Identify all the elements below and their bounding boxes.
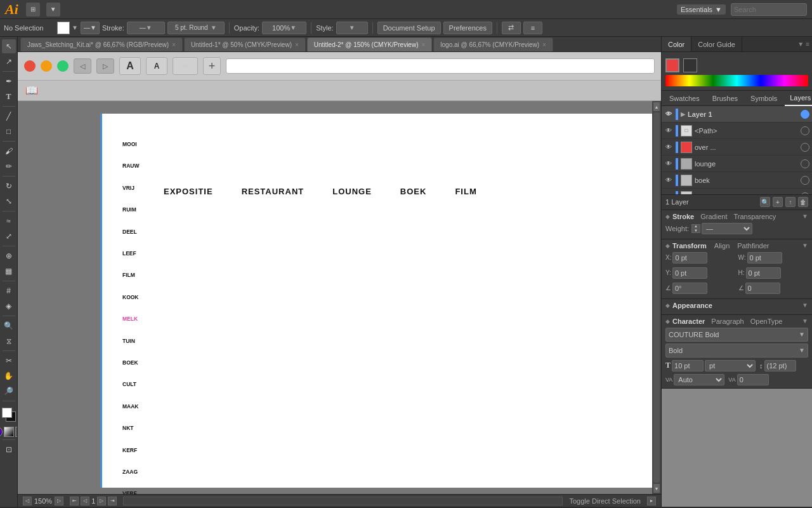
move-layer-btn[interactable]: ↑ [785,197,796,207]
layer-eye-boek[interactable]: 👁 [664,176,673,185]
font-size-unit-select[interactable]: pt [705,360,756,371]
pathfinder-tab[interactable]: Pathfinder [737,242,769,250]
first-page-btn[interactable]: ⇤ [70,497,79,505]
leading-input[interactable] [764,360,796,371]
color-spectrum[interactable] [665,75,808,86]
stroke-weight-stepper[interactable]: ▲ ▼ [691,224,700,233]
hand-tool[interactable]: ✋ [2,369,16,383]
paragraph-tab[interactable]: Paragraph [711,318,743,325]
swatches-tab[interactable]: Swatches [664,91,705,106]
find-layers-btn[interactable]: 🔍 [760,197,770,207]
document-canvas[interactable]: MOOI RAUW VRIJ RUIM DEEL LEEF FILM KOOK … [18,101,661,494]
tab-jaws[interactable]: Jaws_Sketching_Kit.ai* @ 66,67% (RGB/Pre… [20,37,183,51]
line-tool[interactable]: ╱ [2,109,16,123]
window-maximize-btn[interactable] [57,60,69,72]
stroke-weight-select[interactable]: — [702,223,752,234]
tab-untitled1[interactable]: Untitled-1* @ 50% (CMYK/Preview) × [184,37,306,51]
panel-icon[interactable]: ⊞ [26,3,40,17]
scale-tool[interactable]: ⤡ [2,194,16,208]
appearance-panel-btn[interactable]: ▼ [802,302,808,309]
h-input[interactable] [746,267,781,279]
url-input[interactable] [226,58,655,74]
align-tab[interactable]: Align [714,242,730,250]
y-input[interactable] [672,267,707,279]
layer-eye-path[interactable]: 👁 [664,126,673,135]
character-collapse-btn[interactable]: ◆ [665,318,670,324]
transform-panel-btn[interactable]: ▼ [802,242,808,249]
font-small-button[interactable]: A [146,57,167,75]
gradient-mode[interactable] [4,427,14,437]
tab-close-untitled1[interactable]: × [295,41,299,48]
document-setup-button[interactable]: Document Setup [377,22,441,34]
appearance-header[interactable]: ◆ Appearance ▼ [665,302,808,309]
tab-close-logo[interactable]: × [542,41,546,48]
layer-eye-lounge[interactable]: 👁 [664,159,673,168]
direct-selection-tool[interactable]: ↗ [2,55,16,69]
back-button[interactable]: ◁ [74,58,91,74]
color-guide-tab[interactable]: Color Guide [691,37,742,51]
stroke-swatch[interactable] [683,58,697,72]
font-size-input[interactable] [672,360,704,371]
workspace-switcher[interactable]: Essentials ▼ [677,4,726,15]
shear-input[interactable] [745,283,780,294]
blend-tool[interactable]: ⧖ [2,334,16,348]
stroke-panel-btn[interactable]: ▼ [802,213,808,220]
font-large-button[interactable]: A [119,57,141,75]
appearance-collapse-btn[interactable]: ◆ [665,302,670,309]
layer-target-main[interactable] [801,110,809,119]
preferences-button[interactable]: Preferences [443,22,492,34]
pencil-tool[interactable]: ✏ [2,159,16,173]
free-transform-tool[interactable]: ⤢ [2,229,16,243]
tab-close-untitled2[interactable]: × [421,41,425,48]
next-page-btn[interactable]: ▷ [97,497,106,505]
gradient-tab[interactable]: Gradient [700,213,727,220]
layer-target-over[interactable] [801,143,809,152]
layer-row-lokale[interactable]: 👁 lokale... [662,189,812,194]
stroke-options[interactable]: — ▼ [81,22,100,34]
style-dropdown[interactable]: ▼ [336,22,368,34]
transparency-tab[interactable]: Transparency [733,213,776,220]
more-options[interactable]: ≡ [523,22,542,34]
stroke-value[interactable]: — ▼ [127,22,165,34]
brushes-tab[interactable]: Brushes [707,91,743,106]
column-graph-tool[interactable]: ▦ [2,264,16,278]
forward-button[interactable]: ▷ [96,58,114,74]
color-mode[interactable] [0,427,3,437]
gradient-tool[interactable]: ◈ [2,299,16,313]
layer-row-lounge[interactable]: 👁 lounge [662,156,812,172]
panel-collapse-icon[interactable]: ▼ [797,41,804,48]
x-input[interactable] [672,252,707,264]
paintbrush-tool[interactable]: 🖌 [2,144,16,158]
status-options-btn[interactable]: ▸ [647,497,656,505]
symbol-sprayer-tool[interactable]: ⊕ [2,249,16,263]
zoom-out-btn[interactable]: ▷ [55,497,63,505]
pen-tool[interactable]: ✒ [2,74,16,88]
tracking-method-select[interactable]: Auto [674,374,724,385]
transform-collapse-btn[interactable]: ◆ [665,243,670,249]
new-layer-btn[interactable]: + [773,197,783,207]
kerning-input[interactable] [737,374,769,385]
angle-input[interactable] [672,283,707,294]
stroke-style-dropdown[interactable]: 5 pt. Round ▼ [167,22,225,34]
scroll-thumb[interactable] [653,112,660,483]
font-weight-dropdown[interactable]: Bold ▼ [665,344,808,358]
scissors-button[interactable]: ✂ [173,57,198,75]
horizontal-scrollbar[interactable] [123,497,563,505]
arrange-icon[interactable]: ⇄ [502,22,521,34]
layer-target-boek[interactable] [801,176,809,185]
layer-row-boek[interactable]: 👁 boek [662,172,812,189]
w-input[interactable] [747,252,782,264]
rotate-tool[interactable]: ↻ [2,179,16,193]
layer-target-lounge[interactable] [801,159,809,168]
opacity-value[interactable]: 100% ▼ [262,22,306,34]
scroll-down-btn[interactable]: ▼ [653,484,660,493]
tab-untitled2[interactable]: Untitled-2* @ 150% (CMYK/Preview) × [307,37,433,51]
tab-logo[interactable]: logo.ai @ 66,67% (CMYK/Preview) × [433,37,553,51]
zoom-tool[interactable]: 🔎 [2,384,16,398]
eyedropper-tool[interactable]: 🔍 [2,319,16,333]
zoom-in-btn[interactable]: ◁ [23,497,32,505]
window-minimize-btn[interactable] [41,60,52,72]
font-family-dropdown[interactable]: COUTURE Bold ▼ [665,328,808,342]
foreground-color[interactable] [2,408,12,418]
layer-visibility-toggle[interactable]: 👁 [664,110,673,119]
